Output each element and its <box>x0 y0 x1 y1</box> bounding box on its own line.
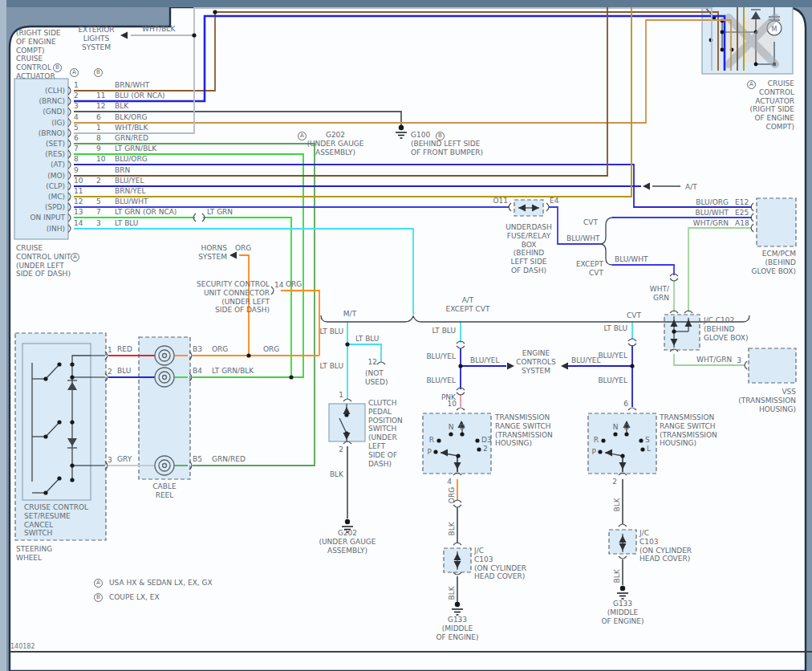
wire-label: 2 <box>108 368 112 376</box>
pin-name-label: (RES) <box>45 150 65 158</box>
wire-label: BLK <box>613 497 621 511</box>
label-security-control-unit: SECURITY CONTROL UNIT CONNECTOR (UNDER L… <box>152 280 270 315</box>
wire-color-label: BLU (OR NCA) <box>115 92 165 100</box>
wire-label: B5 <box>193 455 202 463</box>
label-jc-c103-2: J/C C103 (ON CYLINDER HEAD COVER) <box>639 529 707 563</box>
pin-number-b: 9 <box>96 144 101 152</box>
wire-label: E4 <box>550 197 559 205</box>
pin-name-label: (MO) <box>47 172 65 180</box>
gear-position-label: L <box>647 445 651 453</box>
pin-number-b: 2 <box>96 177 101 185</box>
junction-dot <box>620 453 624 458</box>
pin-number-a: 2 <box>74 92 79 100</box>
wire-label: BLU/ORG <box>696 198 729 206</box>
wire-label: WHT/GRN <box>693 219 729 227</box>
wire-label: LT GRN <box>207 208 233 216</box>
wiring-diagram-svg: M(CLH)1BRN/WHT(BRNC)211BLU (OR NCA)(GND)… <box>0 0 812 671</box>
label-at-except-cvt: A/T EXCEPT CVT <box>441 296 494 314</box>
junction-dot <box>43 376 47 380</box>
wire-label: O11 <box>493 197 508 205</box>
junction-dot <box>345 342 349 346</box>
wire-label: BLU/WHT <box>695 209 729 217</box>
junction-dot <box>246 353 250 357</box>
pin-name-label: (IG) <box>51 119 65 127</box>
gear-position-label: N <box>613 423 619 431</box>
junction-dot <box>70 478 74 482</box>
wire-label: WHT/BLK <box>142 25 176 33</box>
gear-position-label: P <box>428 448 432 456</box>
badge-actuator-a: A <box>747 80 756 89</box>
wire-label: ORG <box>286 280 302 288</box>
wire-color-label: LT GRN (OR NCA) <box>115 208 177 216</box>
wire-label: BLK <box>448 585 456 600</box>
gear-position-label: R <box>429 436 434 444</box>
label-trans-range-switch-1: TRANSMISSION RANGE SWITCH (TRANSMISSION … <box>495 413 562 448</box>
junction-dot <box>598 449 602 453</box>
junction-dot <box>436 438 441 442</box>
wire-label: BLU/YEL <box>571 356 601 364</box>
junction-dot <box>640 447 644 451</box>
wire-label: B3 <box>193 345 202 353</box>
label-jc-c103-1: J/C C103 (ON CYLINDER HEAD COVER) <box>474 547 542 581</box>
pin-number-a: 9 <box>74 166 79 174</box>
wire-label: BLK <box>613 568 621 583</box>
pin-number-a: 13 <box>74 208 83 216</box>
wire-label: WHT/ <box>650 285 670 293</box>
wire-color-label: BLU/WHT <box>115 197 148 205</box>
junction-dot <box>460 432 464 436</box>
wire-label: LT BLU <box>320 327 343 336</box>
ground-icon <box>399 125 404 130</box>
label-jc-c102: J/C C102 (BEHIND GLOVE BOX) <box>704 316 760 342</box>
wire-label: LT BLU <box>432 327 456 335</box>
wire-label: BLU/YEL <box>470 356 500 364</box>
badge-unit-a: A <box>71 253 79 262</box>
label-horns-system: HORNS SYSTEM <box>181 244 227 262</box>
junction-dot <box>57 362 61 366</box>
pin-name-label: (SPD) <box>45 203 65 211</box>
junction-dot <box>433 449 437 453</box>
wire-label: 2 <box>339 445 343 453</box>
wire-color-label: WHT/BLK <box>115 124 148 132</box>
wire-label: WHT/GRN <box>696 356 732 364</box>
wire-label: E12 <box>735 198 749 206</box>
gear-position-label: 2 <box>483 445 488 453</box>
wire-label: 14 <box>274 281 284 289</box>
wire-color-label: BRN/YEL <box>115 187 145 195</box>
diagram-shape <box>721 48 725 52</box>
wire-label: A/T <box>685 183 697 191</box>
junction-dot <box>477 447 481 451</box>
label-vss: VSS (TRANSMISSION HOUSING) <box>727 388 796 413</box>
pin-name-label: (BRNC) <box>39 97 65 105</box>
pin-number-b: 3 <box>96 219 101 227</box>
junction-dot <box>43 434 47 438</box>
badge-note-b: B <box>94 593 103 602</box>
wire-label: BLU/WHT <box>615 255 648 263</box>
wire-label: ORG <box>235 244 251 252</box>
label-g133-2: G133 (MIDDLE OF ENGINE) <box>591 600 655 625</box>
wire-color-label: BLK <box>115 102 129 110</box>
wire-label: BLK <box>448 521 456 535</box>
wire-label: M/T <box>343 310 357 318</box>
pin-number-a: 4 <box>74 113 79 121</box>
pin-name-label: (BRNO) <box>39 129 65 137</box>
gear-position-label: D <box>624 423 630 431</box>
pin-number-b: 10 <box>96 155 106 163</box>
box-cable-reel <box>139 337 190 479</box>
pin-number-a: 8 <box>74 155 79 163</box>
pin-number-a: 1 <box>74 81 79 89</box>
junction-dot <box>449 432 453 436</box>
label-except-cvt: EXCEPT CVT <box>566 260 603 278</box>
pin-number-a: 14 <box>74 219 83 227</box>
label-g202-clutch: G202 (UNDER GAUGE ASSEMBLY) <box>309 529 386 555</box>
gear-position-label: S <box>645 436 650 444</box>
window-top-bar <box>0 0 812 7</box>
motor-m-label: M <box>772 26 777 33</box>
wire-color-label: BLK/ORG <box>115 113 147 121</box>
diagram-shape <box>754 63 758 67</box>
label-cable-reel: CABLE REEL <box>144 482 185 500</box>
wire-color-label: BRN <box>115 166 130 174</box>
pin-number-b: 5 <box>96 197 101 205</box>
wire-label: 6 <box>623 400 628 408</box>
badge-actuator-b: B <box>53 63 62 72</box>
junction-dot <box>70 362 74 366</box>
